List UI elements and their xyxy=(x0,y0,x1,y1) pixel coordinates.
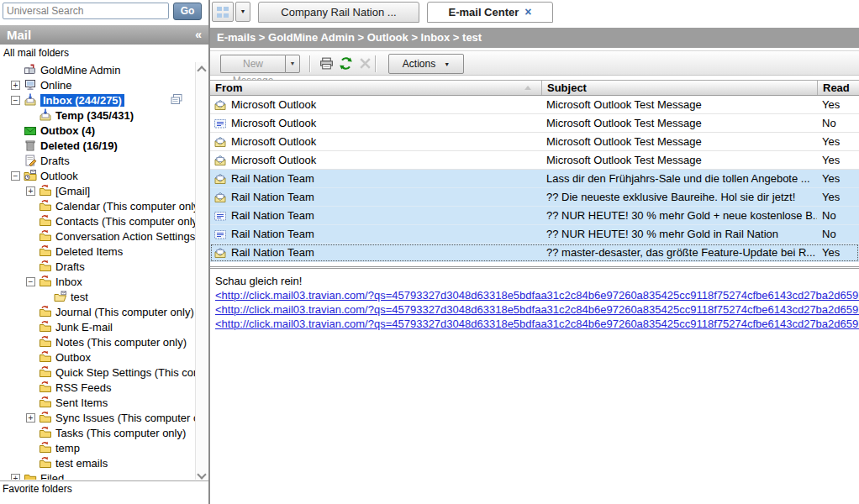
tree-item-deleted-16-19[interactable]: Deleted (16/19) xyxy=(1,138,195,153)
scroll-up-icon[interactable] xyxy=(198,66,205,72)
email-body-link[interactable]: <http://click.mail03.travian.com/?qs=457… xyxy=(215,288,859,302)
refresh-icon[interactable] xyxy=(339,56,353,71)
expand-node-icon[interactable]: + xyxy=(11,474,20,480)
email-from-cell: Rail Nation Team xyxy=(210,228,541,241)
email-body-link[interactable]: <http://click.mail03.travian.com/?qs=457… xyxy=(215,317,859,331)
tree-item-junk-e-mail[interactable]: Junk E-mail xyxy=(1,319,195,334)
tree-item-label: Journal (This computer only) xyxy=(55,306,194,318)
email-row[interactable]: Microsoft OutlookMicrosoft Outlook Test … xyxy=(210,133,859,151)
email-row[interactable]: Rail Nation Team?? master-desaster, das … xyxy=(210,244,859,262)
email-body-link[interactable]: <http://click.mail03.travian.com/?qs=457… xyxy=(215,302,859,317)
email-read-status: Yes xyxy=(817,246,859,259)
tab-list-dropdown-button[interactable]: ▼ xyxy=(235,2,250,22)
email-row[interactable]: Rail Nation Team?? NUR HEUTE! 30 % mehr … xyxy=(210,225,859,244)
preview-greeting: Schau gleich rein! xyxy=(215,274,859,288)
tree-item-outbox[interactable]: Outbox xyxy=(1,349,195,365)
tree-item-tasks-this-computer-only[interactable]: Tasks (This computer only) xyxy=(1,425,195,440)
olfolder-icon xyxy=(39,320,52,333)
email-row[interactable]: Rail Nation Team?? Die neueste exklusive… xyxy=(210,188,859,207)
tree-item-journal-this-computer-only[interactable]: Journal (This computer only) xyxy=(1,304,195,319)
go-button[interactable]: Go xyxy=(173,3,202,20)
preview-splitter[interactable] xyxy=(210,266,859,269)
tree-item-gmail[interactable]: +[Gmail] xyxy=(1,183,195,198)
tree-item-deleted-items[interactable]: Deleted Items xyxy=(1,244,195,259)
envelope-open-icon xyxy=(213,172,227,186)
email-row[interactable]: Microsoft OutlookMicrosoft Outlook Test … xyxy=(210,114,859,133)
expand-node-icon[interactable]: + xyxy=(26,186,35,196)
email-from-cell: Microsoft Outlook xyxy=(210,154,541,167)
tree-item-label: test emails xyxy=(55,457,108,470)
tree-item-outlook[interactable]: −Outlook xyxy=(1,168,195,183)
tree-item-sent-items[interactable]: Sent Items xyxy=(1,395,195,410)
tree-item-inbox-244-275[interactable]: −Inbox (244/275) xyxy=(1,92,195,108)
email-read-status: Yes xyxy=(817,172,859,185)
tree-item-test-emails[interactable]: test emails xyxy=(1,455,195,470)
tab-strip: ▼ Company Rail Nation ... E-mail Center× xyxy=(210,0,859,24)
email-toolbar: New Message ▼ Actions▼ xyxy=(210,50,859,76)
actions-button[interactable]: Actions▼ xyxy=(388,54,464,74)
tree-scrollbar[interactable] xyxy=(195,62,208,480)
preview-links: <http://click.mail03.travian.com/?qs=457… xyxy=(215,288,859,331)
collapse-node-icon[interactable]: − xyxy=(11,96,20,105)
new-message-button[interactable]: New Message xyxy=(220,55,285,73)
tree-item-rss-feeds[interactable]: RSS Feeds xyxy=(1,380,195,395)
tree-item-drafts[interactable]: Drafts xyxy=(1,259,195,274)
column-header-subject[interactable]: Subject xyxy=(541,81,817,95)
tree-item-label: Drafts xyxy=(40,155,70,167)
email-row[interactable]: Microsoft OutlookMicrosoft Outlook Test … xyxy=(210,151,859,170)
email-read-status: No xyxy=(817,228,859,240)
tree-item-label: Online xyxy=(40,79,72,92)
collapse-node-icon[interactable]: − xyxy=(26,277,35,286)
tree-item-label: Sent Items xyxy=(55,396,108,409)
tree-item-drafts[interactable]: Drafts xyxy=(1,153,195,168)
tree-item-label: Drafts xyxy=(55,260,85,273)
email-row[interactable]: Rail Nation Team?? NUR HEUTE! 30 % mehr … xyxy=(210,207,859,225)
envelope-open-icon xyxy=(213,191,227,204)
tree-item-inbox[interactable]: −Inbox xyxy=(1,274,195,289)
olfolder-icon xyxy=(39,184,52,197)
collapse-panel-icon[interactable]: « xyxy=(195,25,202,45)
search-input[interactable] xyxy=(3,3,169,19)
close-tab-icon[interactable]: × xyxy=(524,5,531,18)
email-row[interactable]: Rail Nation TeamLass dir den Frühjahrs-S… xyxy=(210,170,859,188)
tree-item-label: Tasks (This computer only) xyxy=(55,427,186,439)
tree-item-temp-345-431[interactable]: Temp (345/431) xyxy=(1,108,195,123)
email-row[interactable]: Microsoft OutlookMicrosoft Outlook Test … xyxy=(210,96,859,114)
inbox-icon xyxy=(39,108,52,122)
breadcrumb: E-mails > GoldMine Admin > Outlook > Inb… xyxy=(210,28,859,48)
tab-company-rail-nation[interactable]: Company Rail Nation ... xyxy=(258,2,419,23)
tree-item-label: test xyxy=(71,291,88,303)
tree-item-goldmine-admin[interactable]: GoldMine Admin xyxy=(1,62,195,77)
column-header-read[interactable]: Read xyxy=(817,81,859,95)
preview-pane: Schau gleich rein! <http://click.mail03.… xyxy=(210,270,859,504)
pages-icon[interactable] xyxy=(170,93,183,107)
new-message-dropdown-icon[interactable]: ▼ xyxy=(285,55,300,73)
tree-item-contacts-this-computer-only[interactable]: Contacts (This computer only) xyxy=(1,213,195,228)
tree-item-quick-step-settings-this-computer-only[interactable]: Quick Step Settings (This computer only) xyxy=(1,365,195,380)
print-icon[interactable] xyxy=(319,56,334,71)
expand-node-icon[interactable]: + xyxy=(11,81,20,90)
tree-item-sync-issues-this-computer-only[interactable]: +Sync Issues (This computer only) xyxy=(1,410,195,425)
email-read-status: Yes xyxy=(817,154,859,166)
outlook-icon xyxy=(24,169,37,182)
tree-item-temp[interactable]: temp xyxy=(1,440,195,455)
grid-view-button[interactable] xyxy=(212,2,234,22)
tree-item-label: Inbox xyxy=(55,276,82,288)
collapse-node-icon[interactable]: − xyxy=(11,171,20,181)
tree-item-calendar-this-computer-only[interactable]: Calendar (This computer only) xyxy=(1,198,195,213)
mail-panel-title: Mail xyxy=(7,28,31,42)
olfolder-icon xyxy=(39,335,52,349)
tree-item-online[interactable]: +Online xyxy=(1,77,195,92)
tree-item-conversation-action-settings[interactable]: Conversation Action Settings xyxy=(1,228,195,244)
tree-item-filed[interactable]: +Filed xyxy=(1,470,195,480)
tree-item-label: Quick Step Settings (This computer only) xyxy=(55,366,195,379)
universal-search-bar: Go xyxy=(0,0,208,24)
tree-item-outbox-4[interactable]: Outbox (4) xyxy=(1,123,195,138)
scroll-down-icon[interactable] xyxy=(198,470,205,476)
tree-item-test[interactable]: test xyxy=(1,289,195,304)
email-from: Microsoft Outlook xyxy=(231,135,316,148)
tree-item-notes-this-computer-only[interactable]: Notes (This computer only) xyxy=(1,334,195,349)
column-header-from[interactable]: From xyxy=(210,81,541,95)
tab-email-center[interactable]: E-mail Center× xyxy=(427,2,553,23)
expand-node-icon[interactable]: + xyxy=(26,413,35,423)
